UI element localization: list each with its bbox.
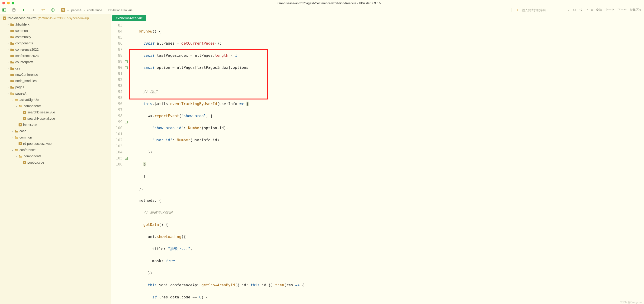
tree-folder-row[interactable]: ›case (0, 128, 111, 134)
regex-toggle[interactable]: .* (586, 8, 588, 12)
maximize-window-button[interactable] (12, 2, 14, 5)
match-case-toggle[interactable]: Aa (572, 8, 576, 12)
breadcrumb-seg-1[interactable]: pagesA (71, 8, 82, 12)
tree-folder-row[interactable]: ›conference2023 (0, 53, 111, 59)
tree-folder-row[interactable]: ›components (0, 40, 111, 46)
chevron-right-icon[interactable]: › (6, 61, 10, 63)
run-button[interactable] (50, 8, 55, 12)
tok: reportEvent (154, 114, 179, 118)
chevron-right-icon[interactable]: › (6, 42, 10, 45)
chevron-down-icon[interactable]: ⌄ (567, 9, 569, 12)
line-number: 90 (111, 65, 122, 71)
tree-folder-row[interactable]: ⌄common (0, 134, 111, 140)
chevron-right-icon[interactable]: › (6, 29, 10, 32)
chevron-right-icon[interactable]: › (6, 23, 10, 26)
tree-item-label: conference2022 (15, 48, 38, 51)
tree-folder-row[interactable]: ›conference2022 (0, 46, 111, 53)
line-number: 94 (111, 89, 122, 95)
tok: ({ id: (235, 283, 250, 287)
tree-folder-row[interactable]: ⌄pagesA (0, 90, 111, 96)
line-number: 106 (111, 161, 122, 167)
save-button[interactable] (12, 8, 16, 12)
find-next-button[interactable]: 下一个 (618, 8, 626, 12)
tree-folder-row[interactable]: ›node_modules (0, 78, 111, 84)
chevron-down-icon[interactable]: ⌄ (11, 136, 14, 139)
chevron-down-icon[interactable]: ⌄ (15, 104, 18, 107)
chevron-down-icon[interactable]: ⌄ (6, 92, 10, 95)
tree-file-row[interactable]: VsearchHospital.vue (0, 115, 111, 121)
tree-file-row[interactable]: Vrd-pop-success.vue (0, 140, 111, 147)
nav-back-button[interactable] (21, 8, 26, 12)
line-number: 89 (111, 59, 122, 65)
tok: .$api.conferenceApi. (157, 283, 202, 287)
tree-folder-row[interactable]: ⌄conference (0, 147, 111, 153)
close-window-button[interactable] (2, 2, 5, 5)
chevron-right-icon[interactable]: › (6, 36, 10, 38)
tree-file-row[interactable]: VsearchDisease.vue (0, 109, 111, 115)
tree-folder-row[interactable]: ›common (0, 28, 111, 34)
chevron-right-icon[interactable]: › (6, 79, 10, 82)
chevron-right-icon[interactable]: › (6, 86, 10, 89)
tree-folder-row[interactable]: ⌄activeSignUp (0, 96, 111, 103)
tok: (res (284, 283, 295, 287)
file-tree-sidebar[interactable]: U rare-disease-all-xcx - {feature-lp-202… (0, 14, 111, 304)
fold-toggle-icon[interactable]: − (125, 60, 128, 63)
tok: .$utils. (152, 102, 170, 106)
chevron-right-icon[interactable]: › (6, 48, 10, 51)
chevron-right-icon[interactable]: › (11, 130, 14, 132)
find-prev-button[interactable]: 上一个 (605, 8, 614, 12)
code-area[interactable]: 8384858687888990919293949596979899100101… (111, 21, 644, 304)
chevron-right-icon[interactable]: › (6, 67, 10, 70)
tree-folder-row[interactable]: ⌄components (0, 153, 111, 159)
chevron-down-icon[interactable]: ⌄ (15, 155, 18, 158)
svg-rect-6 (514, 11, 516, 11)
bookmark-button[interactable] (41, 8, 46, 12)
fold-toggle-icon[interactable]: − (125, 157, 128, 160)
fold-toggle-icon[interactable]: − (125, 121, 128, 123)
window-titlebar: rare-disease-all-xcx/pagesA/conference/e… (0, 0, 644, 6)
watermark: CSDN @Orangejuz (620, 301, 642, 303)
project-root-row[interactable]: U rare-disease-all-xcx - {feature-lp-202… (0, 15, 111, 21)
tok: ) { (201, 295, 208, 299)
file-icon: V (18, 142, 22, 145)
chevron-right-icon[interactable]: › (6, 73, 10, 76)
sidebar-toggle-button[interactable] (2, 8, 6, 12)
tab-active[interactable]: exhibitionArea.vue (112, 15, 146, 21)
match-word-toggle[interactable]: 汉 (580, 8, 582, 12)
chevron-down-icon[interactable]: ⌄ (11, 148, 14, 151)
tree-file-row[interactable]: Vindex.vue (0, 121, 111, 128)
tree-file-row[interactable]: Vpopbox.vue (0, 159, 111, 166)
chevron-down-icon[interactable]: ⌄ (11, 98, 14, 101)
tree-item-label: community (15, 35, 31, 39)
tree-folder-row[interactable]: ›pages (0, 84, 111, 90)
line-number: 93 (111, 83, 122, 89)
tree-folder-row[interactable]: ›newConference (0, 71, 111, 78)
tree-folder-row[interactable]: ›.hbuilderx (0, 21, 111, 28)
select-all-button[interactable]: 全选 (596, 8, 602, 12)
file-type-badge-icon: U (61, 8, 65, 12)
fold-marker-slot (124, 28, 128, 34)
tok: this (250, 283, 260, 287)
tree-folder-row[interactable]: ›counterparts (0, 59, 111, 65)
line-number: 104 (111, 149, 122, 155)
fold-toggle-icon[interactable]: − (125, 66, 128, 69)
chevron-right-icon[interactable]: › (6, 54, 10, 57)
fold-marker-slot: − (124, 155, 128, 161)
breadcrumb-seg-3[interactable]: exhibitionArea.vue (108, 8, 132, 12)
options-toggle[interactable]: ≡ (591, 8, 593, 12)
code-lines[interactable]: onShow() { const allPages = getCurrentPa… (128, 21, 644, 304)
tree-item-label: conference (20, 148, 36, 152)
tree-folder-row[interactable]: ›css (0, 65, 111, 71)
tree-folder-row[interactable]: ⌄components (0, 103, 111, 109)
search-input[interactable] (522, 8, 563, 12)
breadcrumb-seg-2[interactable]: conference (87, 8, 102, 12)
branch-tag: - {feature-lp-20230307-syncFollowup (36, 16, 89, 20)
tok: option = allPages[lastPagesIndex].option… (154, 65, 248, 70)
tok: }) (148, 271, 152, 275)
nav-forward-button[interactable] (31, 8, 36, 12)
tok: "user_id" (152, 138, 172, 142)
tree-folder-row[interactable]: ›community (0, 34, 111, 40)
replace-in-selection-button[interactable]: 替换区< (630, 8, 641, 12)
file-icon: V (23, 117, 26, 120)
minimize-window-button[interactable] (7, 2, 10, 5)
